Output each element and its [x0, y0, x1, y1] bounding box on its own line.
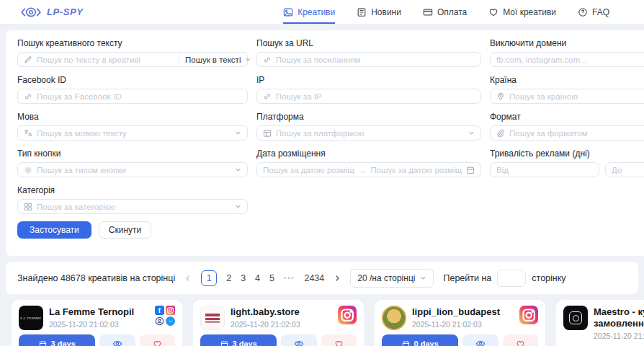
nav-tab-label: FAQ: [592, 7, 609, 17]
text-search-mode-select[interactable]: Пошук в тексті: [179, 52, 248, 67]
result-card: lippi_lion_budapest 2025-11-20 21:02:03 …: [375, 300, 545, 346]
link-icon: [263, 56, 272, 64]
view-button[interactable]: [462, 334, 498, 346]
like-button[interactable]: [321, 334, 357, 346]
facebook-icon: f: [155, 306, 164, 315]
instagram-icon: [166, 306, 175, 315]
logo-text: LP-SPY: [47, 6, 84, 17]
page-5[interactable]: 5: [269, 273, 274, 283]
results-row: LA FEMME La Femme Ternopil 2025-11-20 21…: [12, 300, 644, 346]
card-timestamp: 2025-11-20 21:02:03: [412, 320, 514, 329]
paperclip-icon: [496, 129, 505, 138]
url-input[interactable]: [276, 56, 475, 64]
page-3[interactable]: 3: [241, 273, 246, 283]
logo[interactable]: LP-SPY: [20, 0, 84, 24]
days-button[interactable]: 3 days: [200, 334, 277, 346]
button-type-select[interactable]: [17, 162, 248, 177]
field-label: Дата розміщення: [256, 149, 481, 159]
date-to-input[interactable]: [371, 166, 462, 174]
country-input[interactable]: [509, 92, 644, 101]
page-4[interactable]: 4: [255, 273, 260, 283]
nav-tab-label: Креативи: [298, 7, 335, 17]
card-title[interactable]: lippi_lion_budapest: [412, 306, 514, 318]
result-card: light.baby.store 2025-11-20 21:02:03 3 d…: [193, 300, 364, 346]
duration-from-input[interactable]: [496, 166, 593, 174]
range-arrow: →: [359, 166, 367, 174]
category-input[interactable]: [37, 203, 231, 211]
heart-icon: [488, 7, 498, 17]
eye-icon: [294, 339, 304, 346]
platform-select[interactable]: [256, 125, 481, 141]
location-pin-icon: [496, 92, 505, 101]
field-label: IP: [256, 76, 481, 85]
like-button[interactable]: [140, 334, 175, 346]
chevron-right-icon: [334, 275, 341, 282]
nav-tab-label: Мої креативи: [503, 7, 556, 17]
format-input[interactable]: [509, 129, 644, 138]
field-exclude-domains: Виключити домени: [490, 39, 644, 67]
like-button[interactable]: [503, 334, 538, 346]
news-icon: [357, 7, 367, 17]
instagram-icon: [338, 306, 357, 324]
language-input[interactable]: [37, 129, 231, 138]
days-button[interactable]: 3 days: [19, 334, 95, 346]
page-2[interactable]: 2: [226, 273, 231, 283]
field-placement-date: Дата розміщення →: [256, 149, 481, 177]
nav-tab-my-creatives[interactable]: Мої креативи: [488, 0, 556, 24]
button-type-input[interactable]: [37, 166, 231, 174]
field-button-type: Тип кнопки: [17, 149, 248, 177]
pages-ellipsis[interactable]: •••: [284, 275, 295, 282]
exclude-domains-input[interactable]: [496, 56, 644, 64]
main-nav: Креативи Новини Оплата Мо: [283, 0, 609, 24]
duration-to-input[interactable]: [612, 166, 644, 174]
goto-suffix: сторінку: [532, 273, 565, 283]
eye-icon: [475, 339, 486, 346]
date-range-picker[interactable]: →: [256, 162, 481, 177]
card-title[interactable]: Maestro - кухні, ме замовлення в Ужго: [594, 306, 644, 329]
apply-button[interactable]: Застосувати: [17, 221, 91, 239]
page-last[interactable]: 2434: [304, 273, 324, 283]
field-label: Формат: [490, 112, 644, 122]
field-label: Мова: [17, 112, 248, 122]
header: LP-SPY Креативи Новини: [0, 0, 644, 25]
card-timestamp: 2025-11-20 21:02:03: [231, 320, 332, 329]
field-language: Мова: [17, 112, 248, 141]
page-size-select[interactable]: 20 /на сторінці: [350, 269, 434, 288]
days-button[interactable]: 0 days: [382, 334, 458, 346]
calendar-icon: [466, 166, 475, 174]
language-select[interactable]: [17, 125, 248, 141]
card-title[interactable]: La Femme Ternopil: [49, 306, 149, 318]
prev-page-button[interactable]: [184, 275, 192, 282]
nav-tab-creatives[interactable]: Креативи: [283, 0, 335, 24]
reset-button[interactable]: Скинути: [99, 221, 151, 239]
next-page-button[interactable]: [334, 275, 341, 282]
instagram-icon: [519, 306, 538, 324]
results-count: Знайдено 48678 креативів на сторінці: [17, 273, 175, 283]
platform-input[interactable]: [276, 129, 464, 138]
gear-icon: [24, 166, 32, 174]
nav-tab-faq[interactable]: FAQ: [578, 0, 609, 24]
nav-tab-payment[interactable]: Оплата: [423, 0, 467, 24]
field-url: Пошук за URL: [256, 39, 481, 67]
field-label: Тип кнопки: [17, 149, 248, 159]
pencil-icon: [24, 56, 32, 64]
nav-tab-news[interactable]: Новини: [357, 0, 401, 24]
ip-input[interactable]: [276, 92, 475, 101]
field-label: Тривалість реклами (дні): [490, 149, 644, 159]
nav-tab-label: Оплата: [437, 7, 467, 17]
field-label: Виключити домени: [490, 39, 644, 48]
date-from-input[interactable]: [263, 166, 354, 174]
facebook-id-input[interactable]: [37, 92, 241, 101]
goto-page-input[interactable]: [497, 270, 526, 287]
avatar: [200, 306, 225, 330]
field-format: Формат: [490, 112, 644, 141]
page-1[interactable]: 1: [201, 270, 217, 286]
calendar-icon: [39, 340, 47, 346]
platform-icon: [263, 129, 272, 138]
view-button[interactable]: [99, 334, 135, 346]
category-select[interactable]: [17, 199, 248, 214]
field-platform: Платформа: [256, 112, 481, 141]
view-button[interactable]: [281, 334, 316, 346]
card-title[interactable]: light.baby.store: [231, 306, 332, 318]
creative-text-input[interactable]: [37, 56, 173, 64]
